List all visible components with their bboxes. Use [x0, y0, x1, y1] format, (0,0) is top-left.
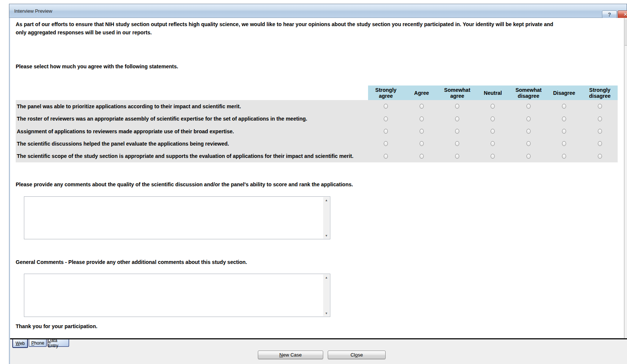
radio-button[interactable] — [439, 112, 475, 125]
radio-button[interactable] — [546, 125, 582, 137]
general-comments-input[interactable] — [24, 274, 322, 317]
scroll-up-icon[interactable]: ▲ — [323, 274, 330, 280]
radio-circle-icon — [455, 116, 459, 121]
textbox-scrollbar[interactable]: ▲ ▼ — [323, 197, 330, 239]
scroll-down-icon[interactable]: ▼ — [323, 310, 330, 316]
matrix-row: The panel was able to prioritize applica… — [16, 100, 618, 112]
discussion-comments-input[interactable] — [24, 197, 322, 239]
tab-phone[interactable]: Phone — [29, 339, 47, 347]
radio-button[interactable] — [582, 150, 618, 162]
discussion-comments-label: Please provide any comments about the qu… — [16, 181, 389, 187]
statement-text: The scientific scope of the study sectio… — [16, 153, 368, 159]
radio-button[interactable] — [546, 100, 582, 112]
radio-button[interactable] — [511, 100, 546, 112]
radio-button[interactable] — [439, 150, 475, 162]
radio-circle-icon — [455, 154, 459, 159]
radio-button[interactable] — [368, 125, 404, 137]
matrix-row: The scientific discussions helped the pa… — [16, 137, 618, 150]
radio-button[interactable] — [511, 112, 546, 125]
radio-button[interactable] — [439, 100, 475, 112]
survey-page: As part of our efforts to ensure that NI… — [10, 18, 624, 338]
radio-button[interactable] — [546, 150, 582, 162]
radio-button[interactable] — [511, 137, 546, 150]
statement-text: The panel was able to prioritize applica… — [16, 103, 368, 109]
radio-button[interactable] — [582, 100, 618, 112]
radio-circle-icon — [491, 104, 495, 109]
radio-circle-icon — [491, 154, 495, 159]
radio-circle-icon — [562, 104, 566, 109]
radio-button[interactable] — [582, 125, 618, 137]
titlebar[interactable]: Interview Preview ? ✕ — [9, 4, 627, 18]
tab-web[interactable]: Web — [12, 339, 28, 348]
radio-circle-icon — [598, 104, 602, 109]
statement-text: The scientific discussions helped the pa… — [16, 141, 368, 147]
radio-button[interactable] — [368, 150, 404, 162]
textbox-scrollbar[interactable]: ▲ ▼ — [323, 274, 330, 316]
radio-circle-icon — [491, 141, 495, 146]
radio-circle-icon — [526, 154, 531, 159]
thank-you-text: Thank you for your participation. — [16, 323, 98, 329]
radio-circle-icon — [562, 154, 566, 159]
radio-button[interactable] — [404, 100, 439, 112]
radio-circle-icon — [384, 116, 388, 121]
radio-button[interactable] — [475, 137, 510, 150]
radio-circle-icon — [384, 154, 388, 159]
radio-button[interactable] — [475, 112, 510, 125]
radio-button[interactable] — [511, 125, 546, 137]
help-button[interactable]: ? — [602, 10, 617, 18]
radio-circle-icon — [491, 116, 495, 121]
radio-circle-icon — [455, 141, 459, 146]
radio-button[interactable] — [582, 112, 618, 125]
radio-button[interactable] — [439, 137, 475, 150]
radio-circle-icon — [420, 116, 424, 121]
window-scrollbar-thumb[interactable] — [625, 19, 627, 46]
matrix-header: Strongly agree Agree Somewhat agree Neut… — [368, 85, 618, 100]
radio-button[interactable] — [368, 137, 404, 150]
new-case-button[interactable]: New Case — [258, 351, 323, 359]
radio-button[interactable] — [404, 112, 439, 125]
radio-circle-icon — [384, 104, 388, 109]
matrix-body: The panel was able to prioritize applica… — [16, 100, 618, 162]
radio-circle-icon — [384, 141, 388, 146]
radio-circle-icon — [384, 129, 388, 134]
column-header-somewhat-disagree: Somewhat disagree — [511, 85, 546, 100]
radio-button[interactable] — [546, 112, 582, 125]
mode-panel: Web Phone Data Entry New Case Close — [10, 339, 627, 364]
radio-circle-icon — [562, 116, 566, 121]
radio-circle-icon — [491, 129, 495, 134]
radio-button[interactable] — [368, 112, 404, 125]
radio-button[interactable] — [404, 137, 439, 150]
intro-text: As part of our efforts to ensure that NI… — [16, 20, 559, 37]
radio-button[interactable] — [404, 125, 439, 137]
close-window-button[interactable]: ✕ — [618, 10, 627, 18]
radio-button[interactable] — [475, 150, 510, 162]
matrix-row: Assignment of applications to reviewers … — [16, 125, 618, 137]
statement-text: The roster of reviewers was an appropria… — [16, 116, 368, 122]
radio-circle-icon — [598, 116, 602, 121]
radio-button[interactable] — [404, 150, 439, 162]
matrix-row: The roster of reviewers was an appropria… — [16, 112, 618, 125]
radio-button[interactable] — [368, 100, 404, 112]
column-header-neutral: Neutral — [475, 85, 510, 100]
discussion-comments-box: ▲ ▼ — [24, 196, 330, 239]
window-scrollbar[interactable] — [624, 18, 627, 338]
radio-circle-icon — [455, 129, 459, 134]
scroll-up-icon[interactable]: ▲ — [323, 197, 330, 203]
radio-circle-icon — [420, 141, 424, 146]
column-header-disagree: Disagree — [546, 85, 582, 100]
radio-button[interactable] — [582, 137, 618, 150]
radio-circle-icon — [526, 141, 531, 146]
radio-button[interactable] — [475, 125, 510, 137]
radio-button[interactable] — [511, 150, 546, 162]
column-header-agree: Agree — [404, 85, 439, 100]
radio-button[interactable] — [546, 137, 582, 150]
radio-button[interactable] — [475, 100, 510, 112]
scroll-down-icon[interactable]: ▼ — [323, 233, 330, 239]
radio-circle-icon — [526, 104, 531, 109]
close-button[interactable]: Close — [328, 351, 386, 359]
radio-button[interactable] — [439, 125, 475, 137]
matrix-row: The scientific scope of the study sectio… — [16, 150, 618, 162]
screen: Interview Preview ? ✕ As part of our eff… — [0, 0, 627, 364]
general-comments-label: General Comments - Please provide any ot… — [16, 259, 389, 265]
tab-data-entry[interactable]: Data Entry — [47, 339, 69, 347]
